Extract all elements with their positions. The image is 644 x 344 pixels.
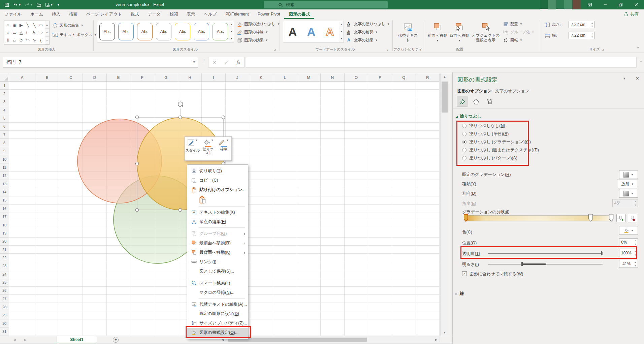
shape-style-preset-6[interactable]: Abc	[213, 23, 228, 40]
menu-item-copy[interactable]: コピー(C)	[187, 176, 248, 185]
menu-item-edit-points[interactable]: 頂点の編集(E)	[187, 217, 248, 226]
shape-gallery-item-8[interactable]: △	[18, 29, 25, 36]
row-header-18[interactable]: 18	[0, 221, 9, 229]
text-box-button[interactable]: A テキスト ボックス▼	[51, 31, 98, 39]
menu-item-paste-keep-formatting[interactable]	[187, 194, 248, 205]
shape-style-gallery-scroll[interactable]: ▲▼▼	[229, 21, 234, 42]
formula-bar-splitter[interactable]: ⋮	[202, 58, 206, 63]
wordart-preset-2[interactable]: A	[321, 22, 338, 41]
row-header-23[interactable]: 23	[0, 262, 9, 270]
alt-text-button[interactable]: 代替テキスト	[397, 20, 419, 51]
rotate-with-shape-checkbox[interactable]: ✓	[462, 271, 467, 276]
column-header-R[interactable]: R	[416, 73, 440, 82]
column-header-A[interactable]: A	[9, 73, 35, 82]
restore-button[interactable]	[613, 0, 629, 9]
pane-menu-icon[interactable]: ▼	[623, 77, 626, 80]
row-header-31[interactable]: 31	[0, 327, 9, 336]
column-header-G[interactable]: G	[154, 73, 178, 82]
menu-item-set-as-default-shape[interactable]: 既定の図形に設定(D)	[187, 309, 248, 318]
row-header-2[interactable]: 2	[0, 90, 9, 98]
shape-gallery-item-10[interactable]: ↳	[31, 29, 38, 36]
selection-pane-button[interactable]: オブジェクトの選択と表示	[471, 20, 501, 51]
ribbon-tab-Power Pivot[interactable]: Power Pivot	[253, 9, 285, 19]
gradient-stops-slider[interactable]	[464, 213, 619, 224]
row-header-5[interactable]: 5	[0, 114, 9, 122]
shape-height-input[interactable]: 7.22 cm ▲▼	[569, 21, 595, 28]
shape-style-preset-2[interactable]: Abc	[137, 23, 153, 40]
size-dialog-launcher[interactable]: ⌟	[602, 47, 604, 51]
gradient-direction-button[interactable]: ▼	[619, 189, 638, 198]
row-header-24[interactable]: 24	[0, 270, 9, 278]
scroll-right-icon[interactable]: ▶	[433, 337, 440, 342]
radio-fill-picture[interactable]: 塗りつぶし (図またはテクスチャ)(P)	[462, 147, 539, 153]
row-header-9[interactable]: 9	[0, 147, 9, 155]
cancel-icon[interactable]: ✕	[213, 60, 217, 65]
next-sheet-icon[interactable]: ▶	[21, 336, 30, 343]
row-header-7[interactable]: 7	[0, 131, 9, 139]
text-effects-button[interactable]: A 文字の効果▼	[346, 36, 379, 44]
open-button[interactable]	[35, 1, 42, 9]
shape-style-preset-0[interactable]: Abc	[99, 23, 115, 40]
insert-function-icon[interactable]: fx	[236, 60, 240, 65]
redo-button[interactable]: ▼	[24, 1, 34, 9]
menu-item-format-shape[interactable]: 図形の書式設定(O)...	[187, 328, 248, 337]
ribbon-tab-校閲[interactable]: 校閲	[165, 9, 182, 19]
share-button[interactable]: 共有	[621, 10, 641, 18]
column-header-P[interactable]: P	[368, 73, 392, 82]
radio-fill-gradient[interactable]: 塗りつぶし (グラデーション)(G)	[462, 139, 531, 145]
name-box[interactable]: 楕円 7 ▼	[3, 57, 198, 68]
row-header-21[interactable]: 21	[0, 246, 9, 254]
column-header-F[interactable]: F	[130, 73, 154, 82]
shape-gallery-scroll[interactable]: ▲▼▼	[45, 21, 50, 45]
column-header-J[interactable]: J	[226, 73, 250, 82]
name-box-dropdown-icon[interactable]: ▼	[193, 61, 195, 64]
shape-gallery-item-4[interactable]: ╲	[31, 21, 38, 29]
shape-style-gallery[interactable]: AbcAbcAbcAbcAbcAbcAbc	[97, 21, 230, 42]
shape-style-preset-1[interactable]: Abc	[118, 23, 134, 40]
column-header-C[interactable]: C	[59, 73, 83, 82]
ribbon-tab-数式[interactable]: 数式	[126, 9, 143, 19]
formula-input[interactable]	[246, 57, 637, 68]
column-header-M[interactable]: M	[297, 73, 321, 82]
mini-toolbar-style-button[interactable]: ▼スタイル	[185, 138, 200, 160]
enter-icon[interactable]: ✓	[225, 60, 229, 65]
pane-close-icon[interactable]: ✕	[636, 76, 639, 81]
ribbon-tab-図形の書式[interactable]: 図形の書式	[284, 9, 314, 19]
shape-gallery-item-17[interactable]: {	[38, 36, 44, 44]
row-header-16[interactable]: 16	[0, 205, 9, 213]
ribbon-tab-ホーム[interactable]: ホーム	[26, 9, 47, 19]
row-header-4[interactable]: 4	[0, 106, 9, 114]
ribbon-tab-PDFelement[interactable]: PDFelement	[221, 9, 253, 19]
fill-section-header[interactable]: ◢塗りつぶし	[455, 114, 481, 119]
fill-and-line-tab[interactable]	[457, 96, 468, 107]
pane-tab-text-options[interactable]: 文字のオプション	[495, 88, 529, 94]
height-spinner[interactable]: ▲▼	[590, 21, 594, 28]
menu-item-paste-options[interactable]: 貼り付けのオプション:	[187, 185, 248, 194]
expand-formula-bar-icon[interactable]: ⌄	[639, 58, 643, 63]
row-header-13[interactable]: 13	[0, 180, 9, 188]
shape-gallery[interactable]: ○▣▶╲╲▭○▭△∟↳⇒⇓▱↺◠∿{	[4, 21, 45, 45]
menu-item-smart-lookup[interactable]: iスマート検索(L)	[187, 278, 248, 288]
shape-gallery-item-16[interactable]: ∿	[31, 36, 38, 44]
transparency-slider[interactable]	[488, 253, 603, 254]
menu-item-edit-text[interactable]: Aテキストの編集(X)	[187, 208, 248, 217]
row-header-1[interactable]: 1	[0, 82, 9, 90]
row-header-25[interactable]: 25	[0, 278, 9, 286]
column-header-E[interactable]: E	[107, 73, 131, 82]
column-header-H[interactable]: H	[178, 73, 202, 82]
menu-item-cut[interactable]: 切り取り(T)	[187, 166, 248, 176]
sheet-tab-sheet1[interactable]: Sheet1	[57, 336, 97, 343]
menu-item-size-and-properties[interactable]: サイズとプロパティ(Z)...	[187, 318, 248, 328]
search-box[interactable]: 検索	[264, 1, 388, 8]
preset-gradient-button[interactable]: ▼	[619, 170, 638, 179]
shape-gallery-item-15[interactable]: ◠	[25, 36, 31, 44]
row-header-20[interactable]: 20	[0, 238, 9, 246]
shape-gallery-item-7[interactable]: ▭	[11, 29, 18, 36]
ribbon-tab-描画[interactable]: 描画	[65, 9, 82, 19]
transparency-input[interactable]: 100% ▲▼	[619, 249, 638, 257]
column-header-N[interactable]: N	[321, 73, 345, 82]
row-header-10[interactable]: 10	[0, 155, 9, 163]
menu-item-edit-alt-text[interactable]: 代替テキストの編集(A)...	[187, 300, 248, 309]
shape-styles-dialog-launcher[interactable]: ⌟	[274, 47, 276, 51]
shape-style-preset-3[interactable]: Abc	[156, 23, 171, 40]
